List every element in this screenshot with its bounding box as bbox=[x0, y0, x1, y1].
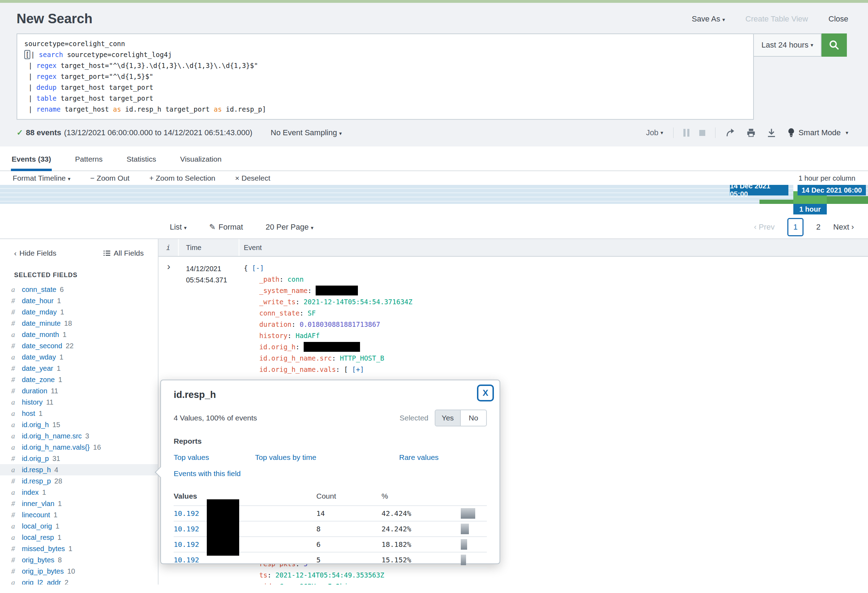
time-range-picker[interactable]: Last 24 hours▾ bbox=[754, 34, 822, 57]
field-row[interactable]: # date_year 1 bbox=[0, 363, 158, 374]
field-row[interactable]: # inner_vlan 1 bbox=[0, 498, 158, 509]
field-row[interactable]: # date_hour 1 bbox=[0, 295, 158, 306]
field-name: id.orig_h bbox=[22, 421, 49, 429]
timeline-bar[interactable] bbox=[827, 196, 868, 204]
field-row[interactable]: a local_resp 1 bbox=[0, 532, 158, 543]
field-row[interactable]: a date_month 1 bbox=[0, 329, 158, 340]
popup-field-title: id.resp_h bbox=[174, 389, 487, 400]
field-row[interactable]: a orig_l2_addr 2 bbox=[0, 577, 158, 584]
events-with-field-link[interactable]: Events with this field bbox=[174, 469, 487, 478]
page-2-button[interactable]: 2 bbox=[816, 223, 821, 232]
plus-icon: + bbox=[149, 174, 154, 182]
results-tab[interactable]: Patterns bbox=[74, 146, 103, 170]
export-button[interactable] bbox=[766, 127, 777, 138]
percent-column-header: % bbox=[381, 492, 461, 500]
field-row[interactable]: # id.orig_p 31 bbox=[0, 453, 158, 464]
share-icon bbox=[725, 127, 736, 138]
field-distinct-count: 28 bbox=[54, 477, 62, 485]
rare-values-link[interactable]: Rare values bbox=[399, 453, 438, 462]
field-row[interactable]: # date_second 22 bbox=[0, 340, 158, 351]
field-row[interactable]: # date_zone 1 bbox=[0, 374, 158, 385]
search-mode-dropdown[interactable]: Smart Mode ▾ bbox=[787, 127, 848, 138]
value-ip[interactable]: 10.192 bbox=[174, 556, 316, 564]
field-row[interactable]: # orig_ip_bytes 10 bbox=[0, 565, 158, 577]
field-row[interactable]: a history 11 bbox=[0, 397, 158, 408]
list-view-dropdown[interactable]: List▾ bbox=[170, 223, 187, 232]
field-row[interactable]: a id.orig_h 15 bbox=[0, 419, 158, 430]
search-submit-button[interactable] bbox=[822, 34, 847, 57]
field-distinct-count: 3 bbox=[85, 432, 89, 440]
expand-event-chevron[interactable]: › bbox=[167, 261, 170, 272]
field-type: # bbox=[11, 556, 22, 565]
hide-fields-button[interactable]: ‹Hide Fields bbox=[14, 249, 56, 257]
zoom-to-selection-button[interactable]: +Zoom to Selection bbox=[149, 174, 216, 182]
field-row[interactable]: # date_mday 1 bbox=[0, 306, 158, 318]
event-sampling-dropdown[interactable]: No Event Sampling▾ bbox=[270, 128, 342, 137]
field-row[interactable]: a date_wday 1 bbox=[0, 351, 158, 363]
results-controls-row: List▾ ✎Format 20 Per Page▾ ‹ Prev 1 2 Ne… bbox=[0, 216, 868, 239]
field-name: date_year bbox=[22, 364, 53, 373]
results-tab[interactable]: Events (33) bbox=[11, 146, 52, 170]
format-results-button[interactable]: ✎Format bbox=[209, 223, 243, 232]
field-row[interactable]: a id.orig_h_name.vals{} 16 bbox=[0, 442, 158, 453]
top-values-by-time-link[interactable]: Top values by time bbox=[255, 453, 316, 462]
job-menu-button[interactable]: Job▾ bbox=[646, 128, 663, 137]
field-type: a bbox=[11, 409, 22, 418]
timeline-bar[interactable] bbox=[760, 200, 793, 204]
selected-fields-list: a conn_state 6 # date_hour 1 # date_mday… bbox=[0, 284, 158, 584]
close-button[interactable]: Close bbox=[828, 15, 848, 24]
field-distinct-count: 8 bbox=[58, 556, 62, 564]
field-row[interactable]: # date_minute 18 bbox=[0, 318, 158, 329]
field-row[interactable]: a id.orig_h_name.src 3 bbox=[0, 430, 158, 442]
value-count: 8 bbox=[316, 525, 381, 533]
timeline-label-right: 14 Dec 2021 06:00 bbox=[797, 185, 866, 195]
lightbulb-icon bbox=[787, 127, 796, 138]
results-tab[interactable]: Statistics bbox=[126, 146, 157, 170]
field-row[interactable]: a id.resp_h 4 bbox=[0, 464, 158, 475]
value-ip[interactable]: 10.192 bbox=[174, 540, 316, 549]
create-table-view-button: Create Table View bbox=[745, 15, 808, 24]
share-button[interactable] bbox=[725, 127, 736, 138]
field-row[interactable]: a host 1 bbox=[0, 408, 158, 419]
popup-close-button[interactable]: X bbox=[477, 385, 494, 401]
all-fields-button[interactable]: All Fields bbox=[103, 249, 144, 257]
field-name: date_zone bbox=[22, 376, 55, 384]
field-row[interactable]: a index 1 bbox=[0, 487, 158, 498]
field-row[interactable]: # duration 11 bbox=[0, 385, 158, 397]
selected-no-button[interactable]: No bbox=[461, 410, 487, 426]
field-row[interactable]: # linecount 1 bbox=[0, 509, 158, 521]
value-ip[interactable]: 10.192 bbox=[174, 525, 316, 533]
field-name: date_mday bbox=[22, 308, 57, 316]
field-row[interactable]: # orig_bytes 8 bbox=[0, 554, 158, 565]
field-row[interactable]: # missed_bytes 1 bbox=[0, 543, 158, 554]
search-bar: sourcetype=corelight_conn[| search sourc… bbox=[16, 34, 847, 120]
deselect-button[interactable]: ×Deselect bbox=[235, 174, 270, 182]
field-name: host bbox=[22, 410, 35, 417]
field-row[interactable]: a local_orig 1 bbox=[0, 521, 158, 532]
timeline-histogram[interactable]: 14 Dec 2021 05:00 14 Dec 2021 06:00 bbox=[0, 185, 868, 204]
top-values-link[interactable]: Top values bbox=[174, 453, 209, 462]
format-timeline-dropdown[interactable]: Format Timeline▾ bbox=[13, 174, 71, 182]
selected-yes-button[interactable]: Yes bbox=[435, 410, 461, 426]
chevron-down-icon: ▾ bbox=[810, 42, 813, 48]
event-timeline: 14 Dec 2021 05:00 14 Dec 2021 06:00 1 ho… bbox=[0, 185, 868, 204]
field-type: # bbox=[11, 296, 22, 305]
download-icon bbox=[766, 127, 777, 138]
results-tab[interactable]: Visualization bbox=[179, 146, 222, 170]
field-row[interactable]: a conn_state 6 bbox=[0, 284, 158, 295]
value-ip[interactable]: 10.192 bbox=[174, 509, 316, 518]
page-1-button[interactable]: 1 bbox=[787, 218, 803, 236]
field-type: # bbox=[11, 319, 22, 328]
zoom-out-button[interactable]: −Zoom Out bbox=[90, 174, 130, 182]
save-as-button[interactable]: Save As▾ bbox=[692, 15, 725, 24]
field-row[interactable]: # id.resp_p 28 bbox=[0, 475, 158, 487]
next-page-button[interactable]: Next › bbox=[833, 223, 854, 232]
print-button[interactable] bbox=[746, 127, 756, 138]
field-distinct-count: 31 bbox=[53, 454, 60, 463]
per-page-dropdown[interactable]: 20 Per Page▾ bbox=[266, 223, 313, 232]
field-distinct-count: 6 bbox=[60, 286, 64, 294]
field-type: # bbox=[11, 454, 22, 463]
search-query-input[interactable]: sourcetype=corelight_conn[| search sourc… bbox=[16, 34, 754, 120]
field-distinct-count: 11 bbox=[46, 398, 53, 406]
field-name: orig_ip_bytes bbox=[22, 567, 64, 575]
